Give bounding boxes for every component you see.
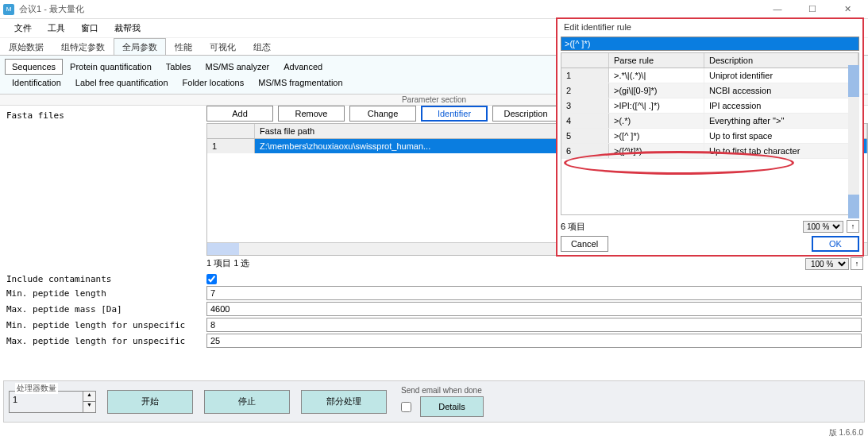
dialog-row[interactable]: 3>IPI:([^\| .]*)IPI accession bbox=[561, 98, 858, 114]
cell-index: 1 bbox=[207, 139, 255, 153]
dlg-cell-index: 4 bbox=[561, 114, 609, 128]
partial-button[interactable]: 部分处理 bbox=[301, 390, 387, 414]
menu-help[interactable]: 裁帮我 bbox=[108, 21, 147, 36]
tab-performance[interactable]: 性能 bbox=[166, 38, 201, 55]
subtab-protein-quant[interactable]: Protein quantification bbox=[63, 59, 159, 75]
min-peptide-length-label: Min. peptide length bbox=[6, 288, 206, 299]
dialog-row[interactable]: 6>([^\t]*)Up to first tab character bbox=[561, 144, 858, 159]
dialog-zoom-up[interactable]: ↑ bbox=[847, 220, 859, 233]
subtab-identification[interactable]: Identification bbox=[5, 75, 68, 91]
dlg-col-desc[interactable]: Description bbox=[704, 53, 858, 68]
dlg-cell-desc: IPI accession bbox=[704, 98, 858, 113]
subtab-lfq[interactable]: Label free quantification bbox=[68, 75, 176, 91]
dialog-rule-input[interactable]: >([^ ]*) bbox=[561, 37, 859, 51]
dialog-row[interactable]: 1>.*\|(.*)\|Uniprot identifier bbox=[561, 68, 858, 83]
max-peptide-mass-input[interactable] bbox=[206, 302, 862, 316]
dlg-cell-index: 3 bbox=[561, 98, 609, 113]
stop-button[interactable]: 停止 bbox=[204, 390, 290, 414]
menu-tools[interactable]: 工具 bbox=[41, 21, 71, 36]
close-button[interactable]: ✕ bbox=[830, 0, 865, 19]
dlg-cell-parse: >([^\t]*) bbox=[609, 144, 704, 158]
dlg-col-index[interactable] bbox=[561, 53, 609, 68]
dialog-row[interactable]: 2>(gi\|[0-9]*)NCBI accession bbox=[561, 83, 858, 98]
dlg-cell-parse: >(gi\|[0-9]*) bbox=[609, 83, 704, 98]
tab-global-params[interactable]: 全局参数 bbox=[114, 38, 166, 55]
dialog-grid: Parse rule Description 1>.*\|(.*)\|Unipr… bbox=[561, 52, 859, 215]
dlg-cell-parse: >(.*) bbox=[609, 114, 704, 128]
app-icon: M bbox=[3, 4, 14, 15]
dlg-cell-desc: Up to first space bbox=[704, 129, 858, 143]
grid-status: 1 项目 1 选 bbox=[206, 256, 868, 272]
min-peptide-unspecific-label: Min. peptide length for unspecific bbox=[6, 320, 206, 330]
start-button[interactable]: 开始 bbox=[107, 390, 193, 414]
subtab-folder-locations[interactable]: Folder locations bbox=[176, 75, 252, 91]
subtab-tables[interactable]: Tables bbox=[159, 59, 199, 75]
processors-up[interactable]: ▲ bbox=[83, 392, 95, 403]
maximize-button[interactable]: ☐ bbox=[795, 0, 830, 19]
dialog-title: Edit identifier rule bbox=[557, 19, 862, 35]
min-peptide-length-input[interactable] bbox=[206, 286, 862, 300]
tab-configuration[interactable]: 组态 bbox=[245, 38, 280, 55]
dlg-cell-desc: Up to first tab character bbox=[704, 144, 858, 158]
dlg-cell-parse: >IPI:([^\| .]*) bbox=[609, 98, 704, 113]
menu-window[interactable]: 窗口 bbox=[75, 21, 105, 36]
dialog-item-count: 6 项目 bbox=[561, 221, 800, 233]
edit-identifier-dialog: Edit identifier rule >([^ ]*) Parse rule… bbox=[556, 17, 864, 257]
processors-stepper[interactable]: 1 ▲▼ bbox=[9, 391, 96, 413]
dlg-cell-index: 1 bbox=[561, 68, 609, 83]
subtab-msms-analyzer[interactable]: MS/MS analyzer bbox=[199, 59, 277, 75]
subtab-sequences[interactable]: Sequences bbox=[5, 59, 63, 75]
subtab-msms-fragmentation[interactable]: MS/MS fragmentation bbox=[251, 75, 349, 91]
menu-file[interactable]: 文件 bbox=[8, 21, 38, 36]
min-peptide-unspecific-input[interactable] bbox=[206, 318, 862, 332]
max-peptide-mass-label: Max. peptide mass [Da] bbox=[6, 304, 206, 315]
processors-label: 处理器数量 bbox=[15, 383, 58, 394]
dialog-row[interactable]: 4>(.*)Everything after ">" bbox=[561, 114, 858, 129]
bottom-bar: 处理器数量 1 ▲▼ 开始 停止 部分处理 Send email when do… bbox=[3, 380, 865, 423]
identifier-button[interactable]: Identifier bbox=[421, 106, 488, 122]
dlg-cell-index: 2 bbox=[561, 83, 609, 98]
processors-value: 1 bbox=[10, 392, 83, 412]
window-title: 会议1 - 最大量化 bbox=[19, 3, 760, 15]
col-index[interactable] bbox=[207, 124, 255, 138]
dlg-cell-parse: >([^ ]*) bbox=[609, 129, 704, 143]
grid-zoom-up[interactable]: ↑ bbox=[851, 257, 863, 270]
dlg-cell-index: 5 bbox=[561, 129, 609, 143]
dlg-cell-desc: Uniprot identifier bbox=[704, 68, 858, 83]
minimize-button[interactable]: — bbox=[760, 0, 795, 19]
send-email-label: Send email when done bbox=[401, 386, 484, 395]
subtab-advanced[interactable]: Advanced bbox=[276, 59, 330, 75]
change-button[interactable]: Change bbox=[349, 106, 416, 122]
description-button[interactable]: Description bbox=[492, 106, 559, 122]
dialog-row[interactable]: 5>([^ ]*)Up to first space bbox=[561, 129, 858, 144]
fasta-files-label: Fasta files bbox=[0, 106, 206, 272]
tab-group-params[interactable]: 组特定参数 bbox=[52, 38, 114, 55]
add-button[interactable]: Add bbox=[206, 106, 273, 122]
max-peptide-unspecific-input[interactable] bbox=[206, 334, 862, 348]
dlg-col-parse[interactable]: Parse rule bbox=[609, 53, 704, 68]
details-button[interactable]: Details bbox=[420, 396, 484, 417]
dlg-cell-index: 6 bbox=[561, 144, 609, 158]
dlg-cell-desc: Everything after ">" bbox=[704, 114, 858, 128]
grid-zoom[interactable]: 100 % bbox=[805, 258, 849, 270]
processors-down[interactable]: ▼ bbox=[83, 402, 95, 412]
include-contaminants-label: Include contaminants bbox=[6, 274, 206, 284]
tab-visualization[interactable]: 可视化 bbox=[201, 38, 245, 55]
dialog-vscroll[interactable] bbox=[848, 65, 859, 218]
max-peptide-unspecific-label: Max. peptide length for unspecific bbox=[6, 336, 206, 346]
tab-raw-data[interactable]: 原始数据 bbox=[0, 38, 52, 55]
dlg-cell-parse: >.*\|(.*)\| bbox=[609, 68, 704, 83]
version-label: 版 1.6.6.0 bbox=[829, 427, 863, 438]
dlg-cell-desc: NCBI accession bbox=[704, 83, 858, 98]
ok-button[interactable]: OK bbox=[812, 236, 859, 252]
include-contaminants-checkbox[interactable] bbox=[206, 274, 217, 284]
dialog-zoom[interactable]: 100 % bbox=[803, 221, 843, 233]
remove-button[interactable]: Remove bbox=[278, 106, 345, 122]
cancel-button[interactable]: Cancel bbox=[561, 236, 608, 252]
titlebar: M 会议1 - 最大量化 — ☐ ✕ bbox=[0, 0, 868, 19]
send-email-checkbox[interactable] bbox=[401, 402, 411, 412]
